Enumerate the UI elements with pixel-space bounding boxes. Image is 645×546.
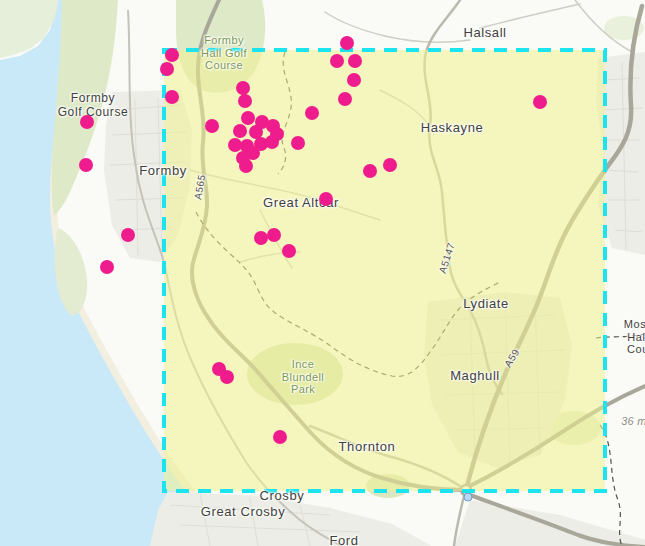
map-marker[interactable] [239, 159, 253, 173]
map-marker[interactable] [233, 124, 247, 138]
map-marker[interactable] [236, 81, 250, 95]
map-marker[interactable] [121, 228, 135, 242]
map-marker[interactable] [165, 48, 179, 62]
map-marker[interactable] [347, 73, 361, 87]
map-marker[interactable] [282, 244, 296, 258]
map-marker[interactable] [254, 231, 268, 245]
map-marker[interactable] [80, 115, 94, 129]
map-marker[interactable] [330, 54, 344, 68]
map-marker[interactable] [348, 54, 362, 68]
map-marker[interactable] [205, 119, 219, 133]
map-marker[interactable] [79, 158, 93, 172]
map-canvas[interactable]: FormbyGolf CourseFormbyHall GolfCourseHa… [0, 0, 645, 546]
map-marker[interactable] [238, 94, 252, 108]
map-marker[interactable] [338, 92, 352, 106]
map-marker[interactable] [265, 135, 279, 149]
map-marker[interactable] [305, 106, 319, 120]
map-marker[interactable] [267, 228, 281, 242]
map-marker[interactable] [160, 62, 174, 76]
map-marker[interactable] [340, 36, 354, 50]
map-marker[interactable] [533, 95, 547, 109]
motorway-junction-icon [464, 493, 472, 501]
map-marker[interactable] [383, 158, 397, 172]
map-marker[interactable] [100, 260, 114, 274]
map-marker[interactable] [291, 136, 305, 150]
selection-area-fill [164, 50, 605, 491]
map-marker[interactable] [220, 370, 234, 384]
map-marker[interactable] [165, 90, 179, 104]
map-marker[interactable] [273, 430, 287, 444]
basemap [0, 0, 645, 546]
map-marker[interactable] [241, 111, 255, 125]
map-marker[interactable] [363, 164, 377, 178]
map-marker[interactable] [319, 192, 333, 206]
